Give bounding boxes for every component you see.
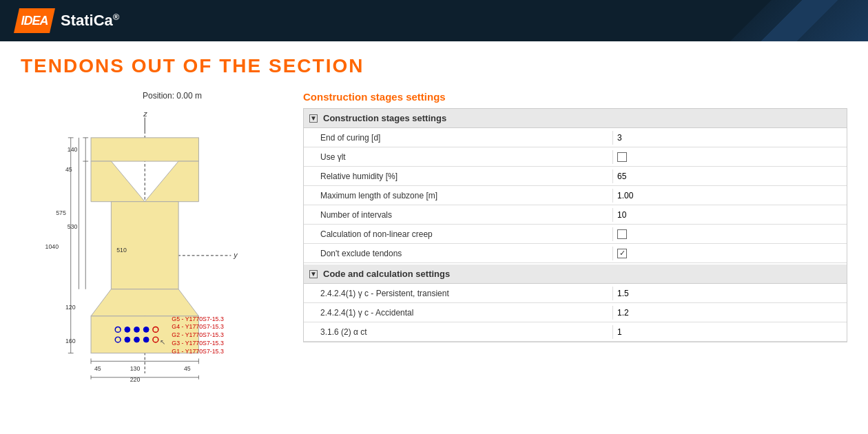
label-accidental: 2.4.2.4(1) γ c - Accidental (304, 305, 612, 320)
svg-text:45: 45 (94, 365, 101, 372)
svg-point-40 (143, 327, 149, 332)
brand-name: StatiCa® (61, 12, 119, 30)
input-accidental[interactable] (617, 308, 843, 318)
svg-text:G2 - Y1770S7-15.3: G2 - Y1770S7-15.3 (172, 331, 224, 338)
svg-text:1040: 1040 (45, 243, 59, 250)
field-persistent-transient: 2.4.2.4(1) γ c - Persistent, transient (304, 284, 847, 303)
svg-point-39 (134, 327, 140, 332)
svg-marker-6 (91, 161, 145, 202)
settings-main-title: Construction stages settings (303, 91, 847, 103)
label-relative-humidity: Relative humidity [%] (304, 169, 612, 184)
label-exclude-tendons: Don't exclude tendons (304, 246, 612, 261)
svg-text:160: 160 (65, 338, 76, 344)
collapse-icon-construction[interactable]: ▼ (309, 114, 318, 123)
field-exclude-tendons: Don't exclude tendons (304, 244, 847, 263)
label-alpha-ct: 3.1.6 (2) α ct (304, 324, 612, 340)
label-end-of-curing: End of curing [d] (304, 130, 612, 145)
label-max-subzone: Maximum length of subzone [m] (304, 188, 612, 203)
checkbox-use-ylt[interactable] (617, 152, 627, 162)
section-code-calc-header[interactable]: ▼ Code and calculation settings (304, 265, 847, 284)
label-persistent-transient: 2.4.2.4(1) γ c - Persistent, transient (304, 286, 612, 301)
input-end-of-curing[interactable] (617, 133, 843, 143)
settings-table: ▼ Construction stages settings End of cu… (303, 108, 847, 342)
brand-name-text: StatiCa (61, 12, 113, 29)
svg-text:530: 530 (68, 223, 78, 230)
position-label: Position: 0.00 m (143, 91, 202, 101)
section-construction-stages-header[interactable]: ▼ Construction stages settings (304, 109, 847, 128)
checkbox-nonlinear-creep[interactable] (617, 229, 627, 239)
svg-text:z: z (143, 110, 147, 118)
checkbox-nonlinear-creep-cell[interactable] (612, 227, 847, 241)
svg-text:45: 45 (65, 166, 72, 173)
svg-text:130: 130 (130, 365, 141, 372)
input-max-subzone[interactable] (617, 191, 843, 200)
svg-text:510: 510 (116, 247, 127, 254)
value-accidental[interactable] (612, 306, 847, 320)
svg-rect-5 (91, 138, 198, 161)
value-max-subzone[interactable] (612, 189, 847, 203)
diagram-container: z y (28, 104, 276, 400)
input-alpha-ct[interactable] (617, 327, 843, 337)
brand-symbol: ® (113, 12, 120, 22)
value-persistent-transient[interactable] (612, 287, 847, 300)
page-title: TENDONS OUT OF THE SECTION (21, 55, 847, 77)
header: IDEA StatiCa® (0, 0, 868, 41)
content-area: Position: 0.00 m z y (21, 91, 847, 415)
field-relative-humidity: Relative humidity [%] (304, 167, 847, 186)
svg-text:G5 - Y1770S7-15.3: G5 - Y1770S7-15.3 (172, 316, 224, 322)
value-num-intervals[interactable] (612, 208, 847, 222)
svg-text:575: 575 (56, 209, 66, 216)
label-nonlinear-creep: Calculation of non-linear creep (304, 227, 612, 242)
svg-point-44 (134, 337, 140, 342)
cross-section-diagram: z y (28, 104, 276, 400)
value-end-of-curing[interactable] (612, 131, 847, 145)
svg-rect-8 (111, 202, 178, 289)
left-panel: Position: 0.00 m z y (21, 91, 282, 415)
field-use-ylt: Use γlt (304, 147, 847, 167)
value-alpha-ct[interactable] (612, 325, 847, 339)
field-alpha-ct: 3.1.6 (2) α ct (304, 322, 847, 342)
field-max-subzone: Maximum length of subzone [m] (304, 186, 847, 205)
svg-point-45 (143, 337, 149, 342)
value-relative-humidity[interactable] (612, 169, 847, 183)
header-decoration (803, 0, 854, 41)
svg-marker-7 (145, 161, 198, 202)
checkbox-exclude-tendons[interactable] (617, 249, 627, 258)
svg-text:45: 45 (184, 365, 191, 372)
svg-text:↖: ↖ (160, 338, 165, 346)
svg-point-43 (125, 337, 130, 342)
logo-box: IDEA (14, 8, 55, 33)
input-num-intervals[interactable] (617, 210, 843, 220)
label-use-ylt: Use γlt (304, 149, 612, 165)
svg-text:y: y (233, 251, 238, 259)
section-code-calc-label: Code and calculation settings (323, 269, 450, 279)
input-persistent-transient[interactable] (617, 289, 843, 298)
label-num-intervals: Number of intervals (304, 207, 612, 223)
input-relative-humidity[interactable] (617, 172, 843, 181)
field-accidental: 2.4.2.4(1) γ c - Accidental (304, 303, 847, 322)
logo-idea-text: IDEA (21, 14, 48, 28)
svg-text:G1 - Y1770S7-15.3: G1 - Y1770S7-15.3 (172, 348, 224, 355)
svg-text:140: 140 (68, 146, 78, 153)
logo-container: IDEA StatiCa® (14, 8, 119, 33)
svg-text:120: 120 (65, 304, 76, 311)
right-panel: Construction stages settings ▼ Construct… (303, 91, 847, 415)
main-content: TENDONS OUT OF THE SECTION Position: 0.0… (0, 41, 868, 434)
svg-point-38 (125, 327, 130, 332)
svg-text:G4 - Y1770S7-15.3: G4 - Y1770S7-15.3 (172, 323, 224, 330)
checkbox-exclude-tendons-cell[interactable] (612, 247, 847, 260)
svg-text:G3 - Y1770S7-15.3: G3 - Y1770S7-15.3 (172, 340, 224, 347)
collapse-icon-code[interactable]: ▼ (309, 270, 318, 278)
svg-marker-9 (91, 289, 198, 316)
svg-text:220: 220 (130, 376, 141, 383)
field-nonlinear-creep: Calculation of non-linear creep (304, 225, 847, 244)
checkbox-use-ylt-cell[interactable] (612, 150, 847, 164)
section-construction-label: Construction stages settings (323, 113, 446, 123)
field-num-intervals: Number of intervals (304, 205, 847, 225)
field-end-of-curing: End of curing [d] (304, 128, 847, 147)
